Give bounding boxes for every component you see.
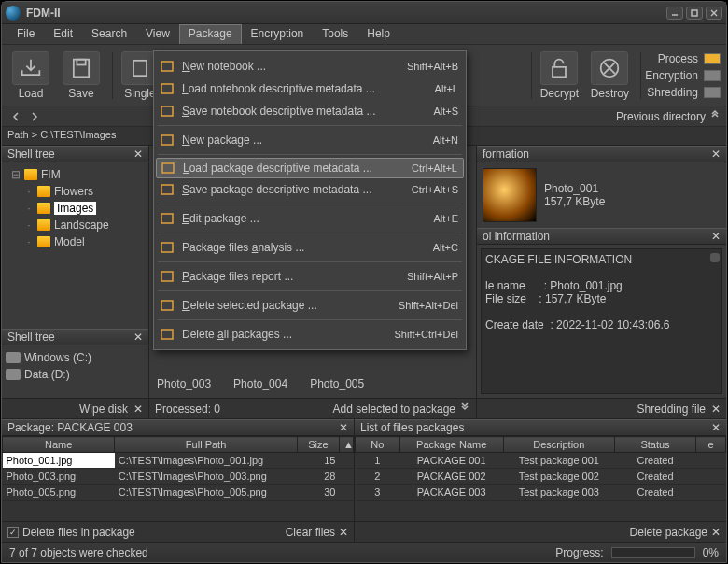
menu-item-notebook[interactable]: New notebook ...Shift+Alt+B [154, 55, 466, 78]
package-load-icon [159, 160, 177, 176]
menu-item-delete-all[interactable]: Delete all packages ...Shift+Ctrl+Del [154, 323, 466, 345]
app-icon [6, 6, 21, 21]
menu-item-package-save[interactable]: Save package descriptive metadata ...Ctr… [154, 178, 466, 201]
svg-rect-11 [161, 62, 173, 71]
menu-item-notebook-save[interactable]: Save notebook descriptive metadata ...Al… [154, 100, 466, 122]
maximize-button[interactable] [686, 7, 703, 20]
table-row[interactable]: Photo_003.pngC:\TEST\Images\Photo_003.pn… [3, 469, 354, 485]
processed-label: Processed: 0 [155, 402, 220, 416]
shell-tree-header: Shell tree✕ [2, 146, 148, 162]
info-header: formation✕ [477, 146, 726, 162]
drive-item[interactable]: Data (D:) [6, 366, 145, 383]
console-scroll-thumb[interactable] [710, 253, 720, 262]
window-title: FDM-II [26, 7, 664, 20]
nav-back-button[interactable] [7, 109, 24, 124]
menu-item-report[interactable]: Package files report ...Shift+Alt+P [154, 265, 466, 288]
menu-edit[interactable]: Edit [44, 24, 82, 44]
panel-close-icon[interactable]: ✕ [133, 331, 143, 344]
menu-view[interactable]: View [136, 24, 179, 44]
tree-node-landscape[interactable]: ·Landscape [4, 217, 147, 233]
destroy-button[interactable]: Destroy [586, 51, 633, 100]
package-files-table[interactable]: NameFull PathSize▲Photo_001.jpgC:\TEST\I… [2, 436, 354, 521]
svg-rect-1 [692, 10, 697, 16]
nav-forward-button[interactable] [26, 109, 43, 124]
panel-close-icon[interactable]: ✕ [133, 148, 143, 161]
decrypt-label: Decrypt [536, 87, 582, 100]
mid-footer: Processed: 0 Add selected to package [149, 398, 476, 418]
menu-item-delete[interactable]: Delete selected package ...Shift+Alt+Del [154, 294, 466, 317]
table-row[interactable]: Photo_005.pngC:\TEST\Images\Photo_005.pn… [3, 485, 354, 501]
menu-file[interactable]: File [7, 24, 44, 44]
toolbar-indicators: ProcessEncryptionShredding [645, 50, 721, 101]
delete-files-label[interactable]: Delete files in package [22, 526, 135, 539]
menu-help[interactable]: Help [357, 24, 399, 44]
shredding-strip: Shredding file ✕ [477, 398, 726, 418]
close-button[interactable] [706, 7, 722, 20]
clear-files-icon[interactable]: ✕ [339, 526, 348, 539]
indicator-swatch [704, 70, 721, 81]
menu-search[interactable]: Search [82, 24, 136, 44]
svg-rect-21 [161, 330, 173, 339]
load-button[interactable]: Load [7, 51, 54, 100]
folder-tree[interactable]: ⊟FIM·Flowers·Images·Landscape·Model [2, 162, 148, 329]
save-button[interactable]: Save [58, 51, 105, 100]
delete-package-icon[interactable]: ✕ [711, 526, 721, 539]
menu-item-package-load[interactable]: Load package descriptive metadata ...Ctr… [156, 158, 464, 178]
file-thumbnail [483, 168, 537, 222]
package-save-icon [158, 181, 176, 198]
delete-package-label[interactable]: Delete package [630, 526, 707, 539]
menu-item-analysis[interactable]: Package files analysis ...Alt+C [154, 236, 466, 259]
tree-node-images[interactable]: ·Images [4, 200, 147, 217]
menu-package[interactable]: Package [179, 24, 242, 44]
tree-node-model[interactable]: ·Model [4, 233, 147, 250]
menu-tools[interactable]: Tools [313, 24, 357, 44]
svg-rect-14 [161, 135, 173, 145]
panel-close-icon[interactable]: ✕ [711, 421, 721, 434]
packages-list-table[interactable]: NoPackage NameDescriptionStatuse1PACKAGE… [355, 436, 726, 521]
table-row[interactable]: 1PACKAGE 001Test package 001Created [356, 453, 726, 469]
notebook-save-icon [158, 103, 176, 120]
shredding-close-icon[interactable]: ✕ [711, 402, 721, 416]
file-name-label: Photo_001 [544, 182, 605, 195]
table-row[interactable]: 3PACKAGE 003Test package 003Created [356, 485, 726, 501]
svg-rect-6 [133, 60, 147, 75]
menu-item-package-edit[interactable]: Edit package ...Alt+E [154, 207, 466, 230]
svg-rect-4 [74, 59, 89, 77]
wipe-disk-icon[interactable]: ✕ [133, 402, 143, 416]
table-row[interactable]: 2PACKAGE 002Test package 002Created [356, 469, 726, 485]
shredding-file-label[interactable]: Shredding file [637, 402, 706, 416]
tree-node-fim[interactable]: ⊟FIM [4, 166, 147, 183]
thumbnail-item[interactable]: Photo_005 [310, 372, 364, 390]
progress-label: Progress: [555, 546, 603, 559]
thumbnail-item[interactable]: Photo_003 [157, 372, 211, 390]
package-footer: Delete files in package Clear files ✕ [2, 521, 354, 542]
console-output: CKAGE FILE INFORMATION le name : Photo_0… [481, 248, 722, 394]
add-to-package-label[interactable]: Add selected to package [333, 402, 455, 416]
menu-item-notebook-load[interactable]: Load notebook descriptive metadata ...Al… [154, 78, 466, 100]
indicator-process: Process [645, 50, 721, 67]
prevdir-chevron-icon[interactable] [709, 109, 721, 123]
indicator-swatch [704, 87, 721, 98]
wipe-disk-label[interactable]: Wipe disk [79, 402, 128, 416]
previous-directory-label[interactable]: Previous directory [616, 110, 706, 123]
delete-files-checkbox[interactable] [7, 527, 19, 538]
panel-close-icon[interactable]: ✕ [711, 148, 721, 161]
svg-rect-13 [161, 106, 173, 116]
titlebar: FDM-II [2, 2, 726, 24]
tree-node-flowers[interactable]: ·Flowers [4, 183, 147, 200]
add-to-package-chevron-icon[interactable] [459, 402, 470, 416]
notebook-load-icon [158, 80, 176, 97]
drive-item[interactable]: Windows (C:) [6, 349, 145, 366]
thumbnail-item[interactable]: Photo_004 [233, 372, 287, 390]
menu-encryption[interactable]: Encryption [242, 24, 314, 44]
panel-close-icon[interactable]: ✕ [711, 230, 721, 243]
file-size-label: 157,7 KByte [544, 195, 605, 208]
destroy-label: Destroy [586, 87, 633, 100]
table-row[interactable]: Photo_001.jpgC:\TEST\Images\Photo_001.jp… [3, 453, 354, 469]
decrypt-button[interactable]: Decrypt [536, 51, 582, 100]
panel-close-icon[interactable]: ✕ [339, 421, 348, 434]
minimize-button[interactable] [666, 7, 683, 20]
clear-files-label[interactable]: Clear files [286, 526, 335, 539]
drives-list: Windows (C:)Data (D:) [2, 345, 148, 398]
menu-item-package[interactable]: New package ...Alt+N [154, 129, 466, 151]
